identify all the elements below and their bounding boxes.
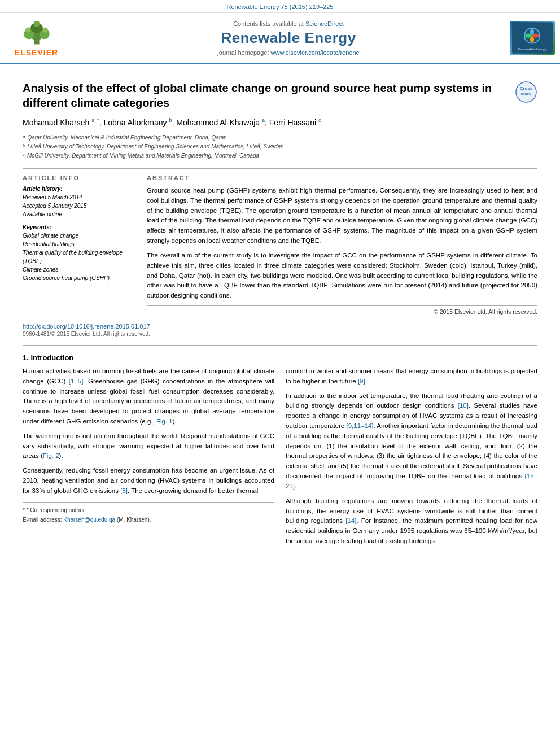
keyword-3b: (TQBE) — [23, 257, 127, 265]
intro-para-3: Consequently, reducing fossil energy con… — [23, 466, 274, 496]
intro-right-column: comfort in winter and summer means that … — [286, 366, 537, 551]
intro-para-1: Human activities based on burning fossil… — [23, 366, 274, 427]
keyword-5: Ground source heat pump (GSHP) — [23, 274, 127, 282]
email-note: E-mail address: Kharseh@qu.edu.qa (M. Kh… — [23, 516, 274, 525]
article-info-column: ARTICLE INFO Article history: Received 5… — [23, 174, 135, 315]
keywords-title: Keywords: — [23, 224, 127, 230]
ref-1-5[interactable]: [1–5] — [69, 378, 84, 385]
article-info-abstract: ARTICLE INFO Article history: Received 5… — [23, 168, 537, 315]
authors-line: Mohamad Kharseh a, *, Lobna Altorkmany b… — [23, 117, 537, 129]
svg-point-5 — [25, 27, 30, 32]
affiliation-c: c McGill University, Department of Minin… — [23, 151, 537, 160]
journal-homepage: journal homepage: www.elsevier.com/locat… — [217, 49, 359, 56]
accepted-date: Accepted 5 January 2015 — [23, 202, 127, 210]
elsevier-logo: ELSEVIER — [15, 19, 58, 57]
svg-text:Mark: Mark — [521, 91, 532, 97]
crossmark-icon: Cross Mark — [515, 81, 537, 103]
footnote-area: * * Corresponding author. E-mail address… — [23, 502, 274, 525]
intro-para-2: The warming rate is not uniform througho… — [23, 431, 274, 461]
keyword-1: Global climate change — [23, 231, 127, 240]
intro-right-para-3: Although building regulations are moving… — [286, 496, 537, 547]
svg-text:Renewable Energy: Renewable Energy — [517, 47, 546, 51]
homepage-url[interactable]: www.elsevier.com/locate/renene — [271, 49, 360, 56]
article-history: Article history: Received 5 March 2014 A… — [23, 186, 127, 219]
elsevier-tree-icon — [17, 19, 56, 47]
svg-text:Cross: Cross — [520, 86, 533, 91]
fig1-ref[interactable]: Fig. 1 — [156, 418, 173, 425]
ref-9[interactable]: [9] — [358, 378, 365, 385]
affiliation-b: b Luleå University of Technology, Depart… — [23, 142, 537, 151]
journal-title: Renewable Energy — [221, 29, 356, 47]
paper-body: Analysis of the effect of global climate… — [0, 64, 560, 562]
intro-right-para-1: comfort in winter and summer means that … — [286, 366, 537, 387]
keyword-2: Residential buildings — [23, 240, 127, 248]
svg-point-7 — [33, 21, 40, 27]
ref-9-14[interactable]: [9,11–14] — [346, 422, 373, 429]
received-date: Received 5 March 2014 — [23, 193, 127, 202]
article-info-label: ARTICLE INFO — [23, 174, 127, 181]
sciencedirect-link[interactable]: ScienceDirect — [305, 20, 344, 27]
abstract-column: ABSTRACT Ground source heat pump (GSHP) … — [147, 174, 537, 315]
available-online: Available online — [23, 210, 127, 219]
renewable-energy-logo: Renewable Energy — [510, 21, 555, 55]
elsevier-logo-area: ELSEVIER — [0, 13, 73, 63]
issn-line: 0960-1481/© 2015 Elsevier Ltd. All right… — [23, 331, 537, 337]
affiliations: a Qatar University, Mechanical & Industr… — [23, 133, 537, 160]
history-title: Article history: — [23, 186, 127, 192]
ref-8[interactable]: [8] — [120, 487, 128, 494]
abstract-para-2: The overall aim of the current study is … — [147, 251, 537, 301]
keywords-section: Keywords: Global climate change Resident… — [23, 224, 127, 282]
email-link[interactable]: Kharseh@qu.edu.qa — [63, 517, 115, 523]
ref-15-23[interactable]: [15–23] — [286, 473, 537, 490]
ref-14[interactable]: [14] — [345, 517, 356, 524]
ref-10[interactable]: [10] — [458, 402, 469, 409]
affiliation-a: a Qatar University, Mechanical & Industr… — [23, 133, 537, 142]
svg-point-6 — [42, 27, 47, 32]
journal-header: ELSEVIER Contents lists available at Sci… — [0, 13, 560, 64]
fig2-ref[interactable]: Fig. 2 — [43, 452, 59, 459]
keyword-4: Climate zones — [23, 265, 127, 274]
contents-line: Contents lists available at ScienceDirec… — [233, 20, 344, 27]
contents-label: Contents lists available at — [233, 20, 304, 27]
corresponding-note: * * Corresponding author. — [23, 506, 274, 515]
journal-title-area: Contents lists available at ScienceDirec… — [73, 13, 504, 63]
intro-left-column: Human activities based on burning fossil… — [23, 366, 274, 551]
introduction-section: Human activities based on burning fossil… — [23, 366, 537, 551]
intro-heading: 1. Introduction — [23, 353, 537, 362]
section-divider — [23, 345, 537, 346]
top-bar: Renewable Energy 78 (2015) 219–225 — [0, 0, 560, 13]
paper-title: Analysis of the effect of global climate… — [23, 81, 506, 110]
doi-line[interactable]: http://dx.doi.org/10.1016/j.renene.2015.… — [23, 323, 537, 330]
abstract-text: Ground source heat pump (GSHP) systems e… — [147, 186, 537, 301]
intro-right-para-2: In addition to the indoor set temperatur… — [286, 391, 537, 492]
copyright-line: © 2015 Elsevier Ltd. All rights reserved… — [147, 305, 537, 315]
elsevier-wordmark: ELSEVIER — [15, 48, 58, 57]
abstract-label: ABSTRACT — [147, 174, 537, 181]
paper-title-section: Analysis of the effect of global climate… — [23, 75, 537, 110]
journal-reference: Renewable Energy 78 (2015) 219–225 — [227, 3, 334, 10]
abstract-para-1: Ground source heat pump (GSHP) systems e… — [147, 186, 537, 246]
journal-logo-area: Renewable Energy — [504, 13, 560, 63]
keyword-3: Thermal quality of the building envelope — [23, 248, 127, 257]
